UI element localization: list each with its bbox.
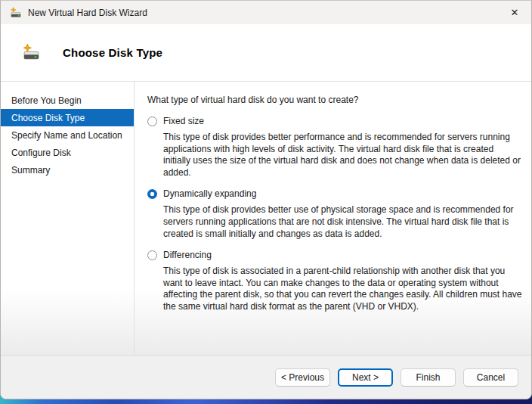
- option-differencing-label[interactable]: Differencing: [163, 250, 212, 260]
- sidebar-item-specify-name-and-location[interactable]: Specify Name and Location: [1, 126, 134, 144]
- option-dynamically-expanding-description: This type of disk provides better use of…: [163, 204, 522, 240]
- question-text: What type of virtual hard disk do you wa…: [147, 95, 522, 105]
- option-differencing-description: This type of disk is associated in a par…: [163, 266, 522, 312]
- radio-differencing[interactable]: [147, 250, 157, 260]
- option-dynamically-expanding: Dynamically expanding This type of disk …: [147, 188, 522, 240]
- finish-button[interactable]: Finish: [401, 368, 456, 387]
- option-differencing: Differencing This type of disk is associ…: [147, 250, 522, 312]
- sidebar-item-before-you-begin[interactable]: Before You Begin: [1, 92, 134, 109]
- new-vhd-disk-icon: [10, 7, 22, 19]
- sidebar-item-configure-disk[interactable]: Configure Disk: [1, 144, 134, 161]
- option-dynamically-expanding-label[interactable]: Dynamically expanding: [163, 188, 256, 199]
- option-differencing-row[interactable]: Differencing: [147, 250, 522, 260]
- radio-dynamically-expanding[interactable]: [147, 189, 157, 199]
- window-title: New Virtual Hard Disk Wizard: [28, 8, 498, 18]
- next-button[interactable]: Next >: [338, 368, 393, 387]
- cancel-button[interactable]: Cancel: [463, 368, 518, 387]
- close-icon[interactable]: ✕: [498, 1, 531, 24]
- title-bar[interactable]: New Virtual Hard Disk Wizard ✕: [1, 1, 531, 24]
- page-content: What type of virtual hard disk do you wa…: [135, 82, 531, 355]
- radio-fixed-size[interactable]: [147, 117, 157, 126]
- button-bar: < Previous Next > Finish Cancel: [1, 355, 531, 399]
- wizard-banner: Choose Disk Type: [1, 24, 531, 81]
- option-fixed-size-row[interactable]: Fixed size: [147, 116, 522, 126]
- option-dynamically-expanding-row[interactable]: Dynamically expanding: [147, 188, 522, 199]
- previous-button[interactable]: < Previous: [275, 368, 330, 387]
- sidebar-item-choose-disk-type[interactable]: Choose Disk Type: [1, 109, 134, 126]
- option-fixed-size-label[interactable]: Fixed size: [163, 116, 204, 126]
- wizard-body: Before You Begin Choose Disk Type Specif…: [1, 81, 531, 355]
- wizard-window: New Virtual Hard Disk Wizard ✕ Choose Di…: [0, 0, 532, 399]
- desktop-background: New Virtual Hard Disk Wizard ✕ Choose Di…: [0, 0, 532, 404]
- wizard-steps-sidebar: Before You Begin Choose Disk Type Specif…: [1, 82, 135, 355]
- option-fixed-size-description: This type of disk provides better perfor…: [163, 132, 522, 179]
- sidebar-item-summary[interactable]: Summary: [1, 161, 134, 179]
- page-title: Choose Disk Type: [63, 46, 162, 59]
- new-vhd-disk-icon: [22, 43, 41, 62]
- option-fixed-size: Fixed size This type of disk provides be…: [147, 116, 522, 179]
